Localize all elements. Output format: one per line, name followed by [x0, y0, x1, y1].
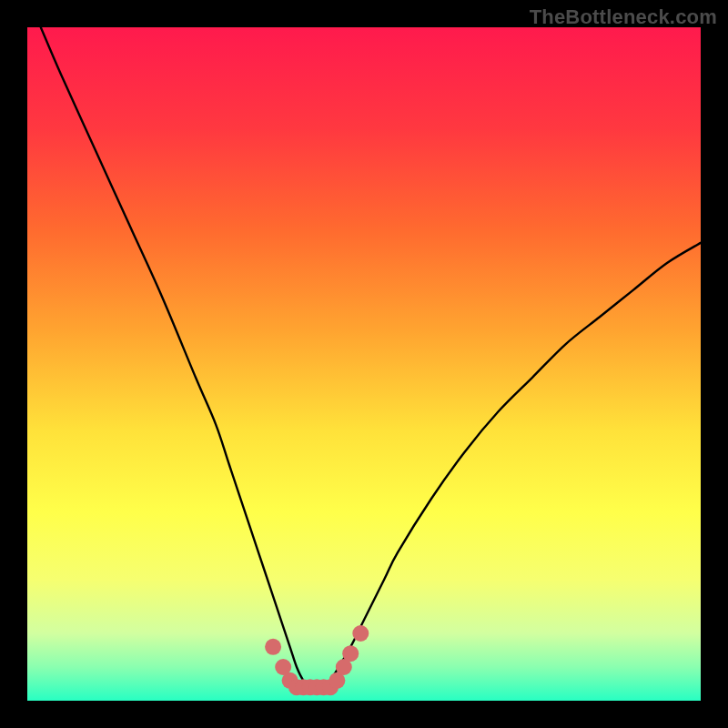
- chart-frame: TheBottleneck.com: [0, 0, 728, 728]
- gradient-rect: [27, 27, 701, 701]
- marker-dot: [352, 625, 369, 642]
- marker-dot: [342, 645, 359, 662]
- marker-dot: [265, 639, 281, 655]
- chart-svg: [27, 27, 701, 701]
- plot-area: [27, 27, 701, 701]
- watermark-text: TheBottleneck.com: [530, 5, 717, 29]
